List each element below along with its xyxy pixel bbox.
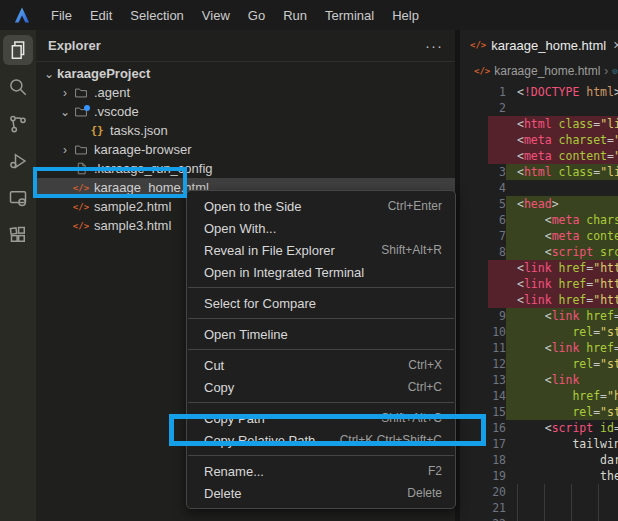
code-text: <link href= [506,340,618,356]
tree-item-vscode[interactable]: ⌄.vscode [36,102,455,121]
indent-guide [517,500,544,516]
menu-separator [188,318,454,319]
code-line: 21 [460,500,618,516]
tree-item-karaage-browser[interactable]: ›karaage-browser [36,140,455,159]
menu-separator [188,455,454,456]
tree-item-tasks-json[interactable]: {}tasks.json [36,121,455,140]
menu-item-label: Reveal in File Explorer [204,243,381,258]
menu-item-delete[interactable]: DeleteDelete [187,482,455,504]
menu-item-label: Delete [204,486,407,501]
code-text: <!DOCTYPE html> [506,84,618,100]
tab-close-icon[interactable]: × [613,37,618,53]
code-area[interactable]: 1<!DOCTYPE html>2<html class="li<meta ch… [460,82,618,521]
indent-guide [571,484,598,500]
line-number: 22 [460,516,506,521]
indent-guide [517,516,544,521]
symbol-cube-icon [612,65,618,78]
code-line-added: 5<head> [460,196,618,212]
menubar-terminal[interactable]: Terminal [316,4,383,27]
folder-icon [72,104,90,120]
code-text [506,500,618,516]
tab-karaage-home[interactable]: </> karaage_home.html × [460,30,618,60]
code-text: <link href="htt [488,276,618,292]
sidebar-header: Explorer ··· [36,30,455,61]
menu-separator [188,402,454,403]
code-text [506,484,618,500]
indent-guide [598,484,618,500]
code-text [506,516,618,521]
menu-item-label: Copy [204,380,408,395]
menubar-help[interactable]: Help [383,4,428,27]
code-line-added: 3<html class="li [460,164,618,180]
menu-item-open-with[interactable]: Open With... [187,217,455,239]
code-text: <meta charset=" [488,132,618,148]
menu-item-rename[interactable]: Rename...F2 [187,460,455,482]
menu-item-copy-path[interactable]: Copy PathShift+Alt+C [187,407,455,429]
menu-bar: FileEditSelectionViewGoRunTerminalHelp [0,0,618,30]
chevron-down-icon[interactable]: ⌄ [58,105,72,119]
indent-guide [598,516,618,521]
menu-item-select-for-compare[interactable]: Select for Compare [187,292,455,314]
code-text: <meta conte [506,228,618,244]
tree-item-agent[interactable]: ›.agent [36,83,455,102]
menu-item-open-timeline[interactable]: Open Timeline [187,323,455,345]
menubar-selection[interactable]: Selection [121,4,192,27]
code-text: <link [506,372,618,388]
code-line-deleted: <link href="htt [460,276,618,292]
line-number: 21 [460,500,506,516]
tree-item-karaageproject[interactable]: ⌄karaageProject [36,64,455,83]
code-line-added: 8 <script src [460,244,618,260]
tree-item-label: sample2.html [94,199,171,214]
indent-guide [544,516,571,521]
code-line-added: 15 rel="st [460,404,618,420]
app-logo-icon[interactable] [12,5,32,25]
indent-guide [571,500,598,516]
menu-item-open-in-integrated-terminal[interactable]: Open in Integrated Terminal [187,261,455,283]
line-number: 15 [460,404,506,420]
menubar-go[interactable]: Go [239,4,274,27]
indent-guide [517,484,544,500]
code-line: 19 the [460,468,618,484]
line-number: 18 [460,452,506,468]
extensions-icon[interactable] [3,220,33,250]
chevron-right-icon[interactable]: › [58,143,72,157]
chevron-down-icon[interactable]: ⌄ [42,67,56,81]
menu-item-open-to-the-side[interactable]: Open to the SideCtrl+Enter [187,195,455,217]
menubar-run[interactable]: Run [274,4,316,27]
tree-item-label: .vscode [94,104,139,119]
remote-window-icon[interactable] [3,183,33,213]
menu-item-label: Rename... [204,464,428,479]
line-number: 9 [460,308,506,324]
menubar-file[interactable]: File [42,4,81,27]
menu-item-shortcut: F2 [428,464,442,478]
tree-item-label: .agent [94,85,130,100]
breadcrumb[interactable]: </> karaage_home.html › [460,60,618,82]
chevron-right-icon[interactable]: › [58,86,72,100]
run-and-debug-icon[interactable] [3,146,33,176]
menubar-edit[interactable]: Edit [81,4,121,27]
breadcrumb-file[interactable]: karaage_home.html [494,64,600,78]
line-number: 17 [460,436,506,452]
html-file-icon: </> [72,180,90,196]
code-text: <script id= [506,420,618,436]
menu-item-shortcut: Shift+Alt+R [381,243,442,257]
tree-item-karaage-run-config[interactable]: .karaage_run_config [36,159,455,178]
menubar-view[interactable]: View [193,4,239,27]
menu-item-copy-relative-path[interactable]: Copy Relative PathCtrl+K Ctrl+Shift+C [187,429,455,451]
line-number: 14 [460,388,506,404]
explorer-icon[interactable] [3,35,33,65]
source-control-icon[interactable] [3,109,33,139]
line-number: 1 [460,84,506,100]
more-actions-icon[interactable]: ··· [425,37,443,54]
menu-item-label: Cut [204,358,408,373]
menu-item-label: Open Timeline [204,327,442,342]
code-line-added: 7 <meta conte [460,228,618,244]
menu-item-cut[interactable]: CutCtrl+X [187,354,455,376]
menu-item-label: Open to the Side [204,199,388,214]
indent-guide [571,516,598,521]
search-icon[interactable] [3,72,33,102]
code-text: <html class="li [506,164,618,180]
menu-item-reveal-in-file-explorer[interactable]: Reveal in File ExplorerShift+Alt+R [187,239,455,261]
menu-item-copy[interactable]: CopyCtrl+C [187,376,455,398]
json-braces-icon: {} [88,123,106,139]
